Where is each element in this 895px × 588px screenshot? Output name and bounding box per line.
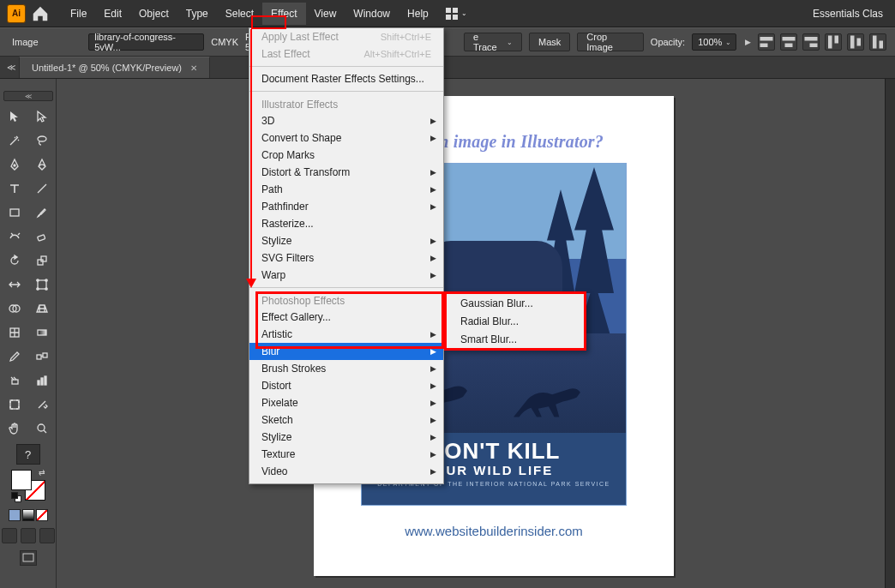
type-tool[interactable] <box>3 178 27 199</box>
panel-collapse-handle[interactable]: ≪ <box>3 91 53 101</box>
align-button-5[interactable] <box>847 33 864 51</box>
menuitem-brush-strokes[interactable]: Brush Strokes▶ <box>249 360 443 377</box>
menuitem-stylize-ill[interactable]: Stylize▶ <box>249 232 443 249</box>
menu-file[interactable]: File <box>62 3 95 25</box>
right-panel-edge[interactable] <box>885 79 895 588</box>
rectangle-tool[interactable] <box>3 202 27 223</box>
swatch-none[interactable] <box>36 509 48 521</box>
swatch-gradient[interactable] <box>22 509 34 521</box>
menu-help[interactable]: Help <box>399 3 437 25</box>
free-transform-tool[interactable] <box>30 274 54 295</box>
rotate-tool[interactable] <box>3 250 27 271</box>
column-graph-tool[interactable] <box>30 370 54 391</box>
align-button-6[interactable] <box>869 33 886 51</box>
draw-normal[interactable] <box>2 528 17 543</box>
eyedropper-tool[interactable] <box>3 346 27 367</box>
shape-builder-tool[interactable] <box>3 298 27 319</box>
blur-submenu: Gaussian Blur... Radial Blur... Smart Bl… <box>444 291 586 351</box>
opacity-field[interactable]: 100%⌄ <box>692 33 736 51</box>
align-button-3[interactable] <box>802 33 820 51</box>
draw-behind[interactable] <box>21 528 36 543</box>
menuitem-radial-blur[interactable]: Radial Blur... <box>447 312 584 330</box>
selection-tool[interactable] <box>3 106 27 127</box>
menu-effect[interactable]: Effect <box>262 3 305 25</box>
menu-view[interactable]: View <box>306 3 345 25</box>
menuitem-texture[interactable]: Texture▶ <box>249 446 443 463</box>
menu-select[interactable]: Select <box>217 3 262 25</box>
blend-tool[interactable] <box>30 346 54 367</box>
menuitem-warp[interactable]: Warp▶ <box>249 267 443 284</box>
default-fill-stroke-icon[interactable] <box>11 492 21 502</box>
svg-rect-2 <box>446 15 451 20</box>
menuitem-pixelate[interactable]: Pixelate▶ <box>249 394 443 411</box>
align-button-4[interactable] <box>825 33 842 51</box>
slice-tool[interactable] <box>30 394 54 415</box>
menuitem-raster-settings[interactable]: Document Raster Effects Settings... <box>249 70 443 87</box>
paintbrush-tool[interactable] <box>30 202 54 223</box>
crop-image-button[interactable]: Crop Image <box>577 33 644 51</box>
align-button-1[interactable] <box>758 33 775 51</box>
fill-stroke-control[interactable]: ⇄ <box>9 468 47 502</box>
menuitem-sketch[interactable]: Sketch▶ <box>249 411 443 429</box>
svg-rect-31 <box>37 355 41 359</box>
menuitem-blur[interactable]: Blur▶ <box>249 343 443 360</box>
menuitem-rasterize[interactable]: Rasterize... <box>249 215 443 232</box>
edit-toolbar-button[interactable]: ? <box>16 444 40 465</box>
image-trace-button[interactable]: e Trace⌄ <box>464 33 522 51</box>
menuitem-convert-to-shape[interactable]: Convert to Shape▶ <box>249 129 443 147</box>
width-tool[interactable] <box>3 274 27 295</box>
draw-inside[interactable] <box>39 528 55 543</box>
svg-rect-18 <box>10 209 19 216</box>
menuitem-effect-gallery[interactable]: Effect Gallery... <box>249 309 443 326</box>
menu-window[interactable]: Window <box>345 3 399 25</box>
fill-swatch[interactable] <box>11 470 32 490</box>
mesh-tool[interactable] <box>3 322 27 343</box>
svg-rect-35 <box>41 378 43 385</box>
symbol-sprayer-tool[interactable] <box>3 370 27 391</box>
menu-edit[interactable]: Edit <box>95 3 130 25</box>
gradient-tool[interactable] <box>30 322 54 343</box>
line-segment-tool[interactable] <box>30 178 54 199</box>
tabbar-caret-icon[interactable]: ≪ <box>3 57 19 78</box>
menu-type[interactable]: Type <box>177 3 217 25</box>
zoom-tool[interactable] <box>30 418 54 439</box>
scale-tool[interactable] <box>30 250 54 271</box>
menuitem-crop-marks[interactable]: Crop Marks <box>249 147 443 164</box>
menuitem-smart-blur[interactable]: Smart Blur... <box>447 330 584 348</box>
annotation-arrow <box>250 29 252 286</box>
menuitem-pathfinder[interactable]: Pathfinder▶ <box>249 198 443 215</box>
menuitem-stylize-ps[interactable]: Stylize▶ <box>249 429 443 446</box>
filename-field[interactable]: library-of-congress-5vW... <box>88 33 204 51</box>
direct-selection-tool[interactable] <box>30 106 54 127</box>
lasso-tool[interactable] <box>30 130 54 151</box>
menuitem-gaussian-blur[interactable]: Gaussian Blur... <box>447 294 584 312</box>
magic-wand-tool[interactable] <box>3 130 27 151</box>
workspace-label[interactable]: Essentials Clas <box>808 4 888 23</box>
menu-object[interactable]: Object <box>130 3 177 25</box>
swap-fill-stroke-icon[interactable]: ⇄ <box>39 468 45 477</box>
hand-tool[interactable] <box>3 418 27 439</box>
screen-mode-button[interactable] <box>20 550 37 566</box>
close-tab-icon[interactable]: ✕ <box>190 63 197 73</box>
perspective-grid-tool[interactable] <box>30 298 54 319</box>
menuitem-path[interactable]: Path▶ <box>249 181 443 198</box>
menuitem-3d[interactable]: 3D▶ <box>249 112 443 129</box>
menuitem-svg-filters[interactable]: SVG Filters▶ <box>249 249 443 267</box>
menuitem-artistic[interactable]: Artistic▶ <box>249 326 443 343</box>
chevron-right-icon[interactable]: ▶ <box>745 38 751 46</box>
align-button-2[interactable] <box>780 33 797 51</box>
swatch-color[interactable] <box>9 509 21 521</box>
home-icon[interactable] <box>31 4 50 23</box>
shaper-tool[interactable] <box>3 226 27 247</box>
mask-button[interactable]: Mask <box>529 33 570 51</box>
svg-point-38 <box>38 424 45 431</box>
menuitem-video[interactable]: Video▶ <box>249 463 443 480</box>
workspace-switcher-icon[interactable]: ⌄ <box>437 3 476 25</box>
artboard-tool[interactable] <box>3 394 27 415</box>
eraser-tool[interactable] <box>30 226 54 247</box>
curvature-tool[interactable] <box>30 154 54 175</box>
menuitem-distort[interactable]: Distort▶ <box>249 377 443 394</box>
document-tab[interactable]: Untitled-1* @ 50% (CMYK/Preview) ✕ <box>19 57 210 78</box>
pen-tool[interactable] <box>3 154 27 175</box>
menuitem-distort-transform[interactable]: Distort & Transform▶ <box>249 164 443 181</box>
